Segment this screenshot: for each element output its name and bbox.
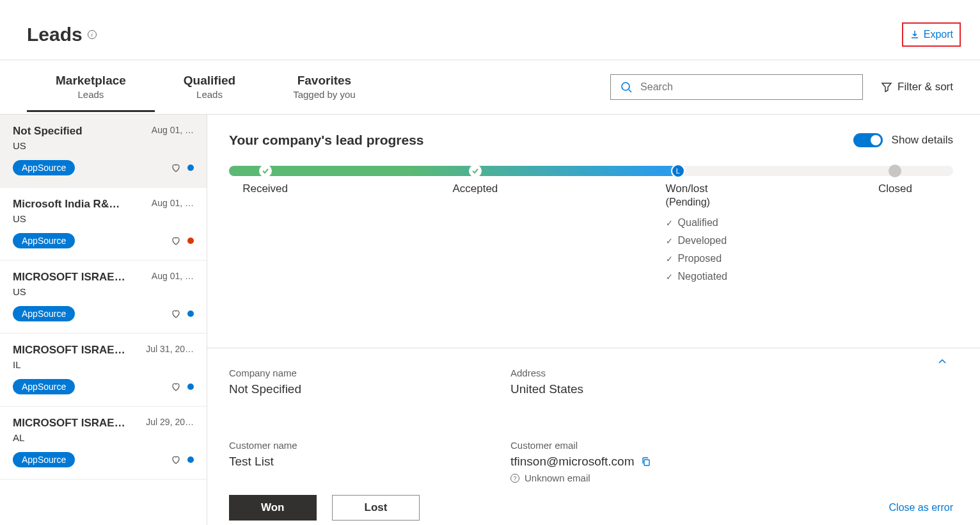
stage-closed-node <box>889 165 901 177</box>
unknown-email-note: ? Unknown email <box>510 472 754 483</box>
status-dot <box>187 238 194 244</box>
tab-favorites[interactable]: Favorites Tagged by you <box>264 62 384 112</box>
favorite-icon[interactable] <box>171 309 181 319</box>
tab-label: Qualified <box>184 74 235 88</box>
close-as-error-link[interactable]: Close as error <box>889 502 953 513</box>
address-value: United States <box>510 382 754 396</box>
lead-item[interactable]: Microsoft India R&… Aug 01, … US AppSour… <box>0 188 207 261</box>
detail-panel: Your company's lead progress Show detail… <box>207 115 980 525</box>
lead-name: MICROSOFT ISRAE… <box>13 344 125 357</box>
customer-email-value: tfinson@microsoft.com <box>510 455 635 469</box>
customer-name-label: Customer name <box>229 440 472 451</box>
lead-date: Aug 01, … <box>152 271 194 281</box>
source-chip: AppSource <box>13 452 75 467</box>
favorite-icon[interactable] <box>171 236 181 246</box>
lead-date: Jul 31, 20… <box>146 344 194 354</box>
tabs: Marketplace Leads Qualified Leads Favori… <box>27 62 384 112</box>
toolbar: Marketplace Leads Qualified Leads Favori… <box>0 60 980 115</box>
export-button[interactable]: Export <box>902 22 961 47</box>
tab-label: Favorites <box>293 74 356 88</box>
stage-received-label: Received <box>242 182 288 195</box>
status-dot <box>187 311 194 317</box>
lead-name: MICROSOFT ISRAE… <box>13 271 125 284</box>
lead-item[interactable]: MICROSOFT ISRAE… Aug 01, … US AppSource <box>0 261 207 334</box>
status-dot <box>187 165 194 171</box>
customer-name-value: Test List <box>229 455 472 469</box>
company-value: Not Specified <box>229 382 472 396</box>
company-label: Company name <box>229 368 472 378</box>
toggle-label: Show details <box>892 134 953 147</box>
sub-stage-item: Proposed <box>666 253 727 264</box>
source-chip: AppSource <box>13 233 75 248</box>
favorite-icon[interactable] <box>171 455 181 465</box>
progress-track: L Received Accepted Won/lost (Pending) Q… <box>207 156 980 348</box>
stage-accepted-node <box>469 165 482 177</box>
svg-rect-1 <box>644 460 649 465</box>
stage-received-node <box>259 165 272 177</box>
search-input[interactable] <box>640 81 853 93</box>
progress-fill <box>229 166 678 176</box>
stage-accepted-label: Accepted <box>452 182 498 195</box>
lead-location: IL <box>13 359 194 370</box>
stage-wonlost-node: L <box>671 164 685 178</box>
status-dot <box>187 456 194 463</box>
stage-wonlost-label: Won/lost (Pending) QualifiedDevelopedPro… <box>666 182 727 289</box>
source-chip: AppSource <box>13 160 75 175</box>
source-chip: AppSource <box>13 379 75 394</box>
won-button[interactable]: Won <box>229 495 317 521</box>
source-chip: AppSource <box>13 306 75 321</box>
lead-date: Jul 29, 20… <box>146 417 194 427</box>
lead-location: AL <box>13 432 194 443</box>
tab-qualified[interactable]: Qualified Leads <box>155 62 264 112</box>
lead-list: Not Specified Aug 01, … US AppSource Mic… <box>0 115 207 525</box>
sub-stage-item: Negotiated <box>666 271 727 282</box>
svg-point-0 <box>622 83 629 90</box>
lead-date: Aug 01, … <box>152 125 194 135</box>
lead-location: US <box>13 286 194 297</box>
search-box[interactable] <box>610 74 863 100</box>
lead-location: US <box>13 213 194 224</box>
info-icon[interactable]: i <box>88 30 97 39</box>
tab-sub: Leads <box>184 89 235 100</box>
page-title: Leads i <box>27 24 97 45</box>
stage-wonlost-text: Won/lost <box>666 182 727 195</box>
detail-title: Your company's lead progress <box>229 133 424 148</box>
export-label: Export <box>924 29 953 40</box>
lead-item[interactable]: MICROSOFT ISRAE… Jul 31, 20… IL AppSourc… <box>0 334 207 407</box>
status-dot <box>187 384 194 390</box>
lead-item[interactable]: Not Specified Aug 01, … US AppSource <box>0 115 207 188</box>
filter-sort-label: Filter & sort <box>897 81 953 93</box>
search-icon <box>620 81 633 93</box>
address-label: Address <box>510 368 754 378</box>
unknown-email-text: Unknown email <box>525 472 590 483</box>
sub-stage-item: Qualified <box>666 217 727 229</box>
lost-button[interactable]: Lost <box>332 495 420 521</box>
sub-stage-item: Developed <box>666 235 727 246</box>
stage-wonlost-sub: (Pending) <box>666 197 727 208</box>
lead-name: MICROSOFT ISRAE… <box>13 417 125 430</box>
page-title-text: Leads <box>27 24 83 45</box>
lead-date: Aug 01, … <box>152 198 194 208</box>
tab-sub: Leads <box>56 89 126 100</box>
question-icon: ? <box>510 474 519 483</box>
collapse-chevron-icon[interactable] <box>937 356 948 368</box>
lead-name: Microsoft India R&… <box>13 198 120 211</box>
tab-label: Marketplace <box>56 74 126 88</box>
favorite-icon[interactable] <box>171 163 181 173</box>
favorite-icon[interactable] <box>171 382 181 392</box>
filter-sort-button[interactable]: Filter & sort <box>881 81 953 93</box>
tab-marketplace[interactable]: Marketplace Leads <box>27 62 155 112</box>
filter-icon <box>881 81 892 93</box>
lead-location: US <box>13 140 194 151</box>
download-icon <box>910 29 920 40</box>
show-details-toggle[interactable] <box>853 133 883 147</box>
stage-closed-label: Closed <box>878 182 912 195</box>
lead-item[interactable]: MICROSOFT ISRAE… Jul 29, 20… AL AppSourc… <box>0 407 207 480</box>
customer-email-label: Customer email <box>510 440 754 451</box>
lead-name: Not Specified <box>13 125 83 138</box>
tab-sub: Tagged by you <box>293 89 356 100</box>
copy-icon[interactable] <box>641 456 651 467</box>
